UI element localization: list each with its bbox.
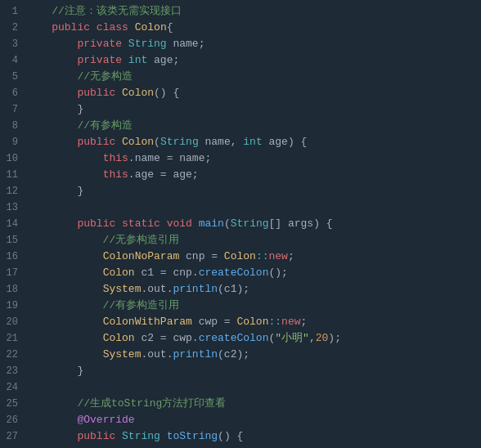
line-content: //无参构造 [26,69,133,85]
code-editor: 1 //注意：该类无需实现接口2 public class Colon{3 pr… [0,0,481,448]
token [26,414,77,426]
token [122,54,128,66]
token: ; [288,250,294,262]
line-content [26,199,33,216]
token [160,217,167,230]
token: int [128,54,147,66]
token: String [231,217,269,230]
token [26,250,103,262]
code-line: 4 private int age; [0,52,481,69]
line-content: //生成toString方法打印查看 [26,396,226,412]
token [26,38,77,50]
token [26,430,77,442]
line-number: 5 [3,69,26,85]
line-content: System.out.println(c1); [26,281,249,298]
line-content: //注意：该类无需实现接口 [26,3,182,20]
code-line: 18 System.out.println(c1); [0,281,481,298]
code-line: 6 public Colon() { [0,85,481,101]
token: (); [268,267,287,279]
line-number: 4 [3,53,26,69]
code-line: 8 //有参构造 [0,118,481,134]
code-line: 26 @Override [0,412,481,428]
token: (c2); [218,348,249,361]
code-line: 15 //无参构造引用 [0,232,481,249]
token [128,21,135,34]
line-content: private int age; [26,52,179,69]
token: ( [224,217,231,230]
token: age) { [263,136,308,148]
token: new [281,316,300,328]
line-content: ColonNoParam cnp = Colon::new; [26,249,294,265]
token: Colon [224,250,256,262]
code-line: 28 return "Colon{" + [0,445,481,448]
token: .out. [141,283,173,295]
token [115,217,122,230]
line-number: 23 [3,364,26,379]
line-number: 8 [3,119,26,134]
line-number: 27 [3,429,26,445]
token: toString [167,430,218,442]
token: c2 = cwp. [135,332,199,344]
code-line: 24 [0,379,481,396]
line-number: 2 [3,20,26,36]
line-content: //有参构造 [26,118,133,134]
token: class [97,21,128,34]
code-line: 20 ColonWithParam cwp = Colon::new; [0,314,481,330]
token [26,87,77,99]
token: public [77,136,115,148]
code-line: 5 //无参构造 [0,69,481,85]
line-content: Colon c2 = cwp.createColon("小明",20); [26,330,341,347]
line-number: 20 [3,315,26,330]
token: c1 = cnp. [135,267,199,279]
code-line: 3 private String name; [0,36,481,52]
code-line: 1 //注意：该类无需实现接口 [0,3,481,20]
token [90,21,97,34]
token: @Override [77,414,134,426]
token: public [77,430,115,442]
code-line: 19 //有参构造引用 [0,298,481,314]
line-number: 9 [3,135,26,150]
token: :: [268,316,281,328]
code-line: 7 } [0,101,481,118]
line-number: 13 [3,200,26,216]
line-content: public Colon(String name, int age) { [26,134,307,150]
token: cnp = [179,250,224,262]
token: String [128,38,167,50]
token [26,283,103,295]
token: createColon [199,332,269,344]
line-number: 14 [3,217,26,232]
token [122,38,128,50]
line-number: 21 [3,331,26,347]
token: 20 [316,332,329,344]
line-content: //有参构造引用 [26,298,179,314]
code-line: 21 Colon c2 = cwp.createColon("小明",20); [0,330,481,347]
line-number: 1 [3,4,26,20]
token: ColonNoParam [103,250,180,262]
token: name; [167,38,205,50]
code-line: 25 //生成toString方法打印查看 [0,396,481,412]
token: ; [300,316,307,328]
token [26,136,77,148]
token: Colon [122,136,154,148]
token: main [199,217,224,230]
code-line: 22 System.out.println(c2); [0,347,481,363]
token: () { [218,430,243,442]
token: name, [199,136,244,148]
line-content: private String name; [26,36,205,52]
token: .out. [141,348,173,361]
token: void [167,217,192,230]
line-number: 3 [3,37,26,52]
token: Colon [135,21,167,34]
token: .age = age; [128,168,199,181]
token: public [77,87,115,99]
token: this [103,168,128,181]
token [192,217,199,230]
token: //无参构造 [26,70,133,83]
line-number: 25 [3,396,26,412]
token: println [173,283,218,295]
line-content: Colon c1 = cnp.createColon(); [26,265,288,281]
token: //有参构造 [26,119,133,132]
line-content: public static void main(String[] args) { [26,216,333,232]
token: Colon [103,267,135,279]
token: { [167,21,173,34]
